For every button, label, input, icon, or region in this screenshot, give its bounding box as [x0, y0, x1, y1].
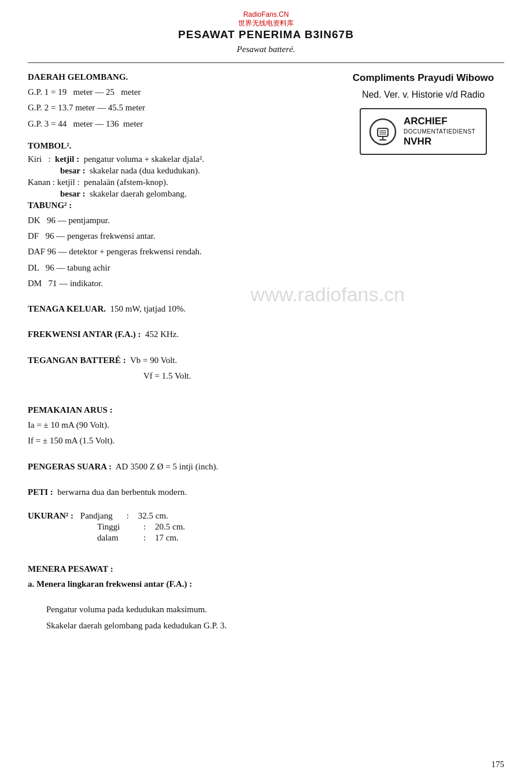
ned-ver-text: Ned. Ver. v. Historie v/d Radio: [342, 90, 504, 100]
page-number: 175: [492, 760, 505, 769]
frekwensi-row: FREKWENSI ANTAR (F.A.) : 452 KHz.: [28, 328, 504, 341]
tabung-row-daf: DAF 96 — detektor + pengeras frekwensi r…: [28, 245, 504, 258]
pengeras-row: PENGERAS SUARA : AD 3500 Z Ø = 5 intji (…: [28, 460, 504, 473]
tombol-kiri-besar-val: skakelar nada (dua kedudukan).: [90, 166, 200, 175]
ukuran-pandjang-val: 32.5 cm.: [138, 511, 168, 521]
ukuran-tinggi-label: Tinggi: [97, 522, 143, 532]
frekwensi-title: FREKWENSI ANTAR (F.A.) :: [28, 330, 141, 339]
pemakaian-title: PEMAKAIAN ARUS :: [28, 405, 504, 415]
tombol-kiri-label: Kiri: [28, 154, 42, 164]
tenaga-value: 150 mW, tjatjad 10%.: [110, 304, 186, 313]
daerah-row-3: G.P. 3 = 44 meter — 136 meter: [28, 117, 331, 131]
tegangan-row: TEGANGAN BATTERÉ : Vb = 90 Volt.: [28, 354, 504, 367]
svg-point-0: [370, 119, 396, 145]
ukuran-sep-2: :: [143, 522, 155, 532]
page-title: PESAWAT PENERIMA B3IN67B: [28, 28, 504, 41]
archief-label: ARCHIEF: [404, 115, 475, 128]
tabung-row-dl: DL 96 — tabung achir: [28, 261, 504, 275]
pengeras-value: AD 3500 Z Ø = 5 intji (inch).: [116, 462, 219, 471]
tombol-title: TOMBOL².: [28, 141, 331, 151]
frekwensi-value: 452 KHz.: [145, 330, 179, 339]
tombol-kanan-besar-val: skakelar daerah gelombang.: [90, 189, 187, 198]
header-divider: [28, 62, 504, 63]
tombol-kiri-besar-label: besar :: [60, 166, 85, 175]
tegangan-vb: Vb = 90 Volt.: [130, 356, 177, 365]
archief-nvhr: NVHR: [404, 135, 475, 148]
tenaga-title: TENAGA KELUAR.: [28, 304, 106, 313]
tenaga-row: TENAGA KELUAR. 150 mW, tjatjad 10%.: [28, 302, 504, 316]
menera-a-title: a. Menera lingkaran frekwensi antar (F.A…: [28, 578, 504, 591]
ukuran-tinggi-val: 20.5 cm.: [155, 522, 185, 532]
ukuran-sep-3: :: [143, 533, 155, 543]
ukuran-sep-1: :: [127, 511, 138, 521]
archief-sub: DOCUMENTATIEDIENST: [404, 128, 475, 135]
tegangan-title: TEGANGAN BATTERÉ :: [28, 356, 126, 365]
archief-text-block: ARCHIEF DOCUMENTATIEDIENST NVHR: [404, 115, 475, 148]
title-suffix: B3IN67B: [305, 28, 354, 40]
site-name: RadioFans.CN 世界无线电资料库: [28, 10, 504, 28]
tegangan-vf: Vf = 1.5 Volt.: [143, 371, 191, 380]
tombol-kiri-ketjil-val: pengatur voluma + skakelar djala².: [84, 154, 204, 164]
daerah-row-1: G.P. 1 = 19 meter — 25 meter: [28, 86, 331, 99]
menera-a-line1: Pengatur voluma pada kedudukan maksimum.: [46, 603, 504, 616]
tombol-kiri-ketjil-label: ketjil :: [55, 154, 79, 164]
tabung-row-df: DF 96 — pengeras frekwensi antar.: [28, 230, 504, 243]
daerah-row-2: G.P. 2 = 13.7 meter — 45.5 meter: [28, 101, 331, 114]
tombol-kiri-row: Kiri : ketjil : pengatur voluma + skakel…: [28, 154, 331, 164]
pengeras-title: PENGERAS SUARA :: [28, 462, 112, 471]
site-sub-label: 世界无线电资料库: [238, 19, 294, 27]
tombol-kanan-label: Kanan : ketjil :: [28, 177, 80, 187]
peti-row: PETI : berwarna dua dan berbentuk modern…: [28, 486, 504, 499]
ukuran-pandjang-label: Pandjang: [80, 511, 127, 521]
menera-title: MENERA PESAWAT :: [28, 564, 504, 574]
ukuran-dalam-label: dalam: [97, 533, 143, 543]
tabung-row-dk: DK 96 — pentjampur.: [28, 214, 504, 227]
pemakaian-if: If = ± 150 mA (1.5 Volt).: [28, 434, 504, 447]
main-content: TABUNG² : DK 96 — pentjampur. DF 96 — pe…: [28, 201, 504, 632]
peti-value: berwarna dua dan berbentuk modern.: [57, 487, 187, 497]
tombol-kanan-ketjil-val: penalaän (afstem-knop).: [84, 177, 168, 187]
tombol-kanan-besar-label: besar :: [60, 189, 85, 198]
ukuran-dalam-row: dalam : 17 cm.: [97, 533, 504, 543]
tabung-row-dm: DM 71 — indikator.: [28, 277, 504, 290]
menera-a-line2: Skakelar daerah gelombang pada kedudukan…: [46, 619, 504, 632]
site-label: RadioFans.CN: [243, 10, 289, 18]
pemakaian-ia: Ia = ± 10 mA (90 Volt).: [28, 419, 504, 432]
archief-icon: [369, 118, 397, 146]
compliments-text: Compliments Prayudi Wibowo: [342, 72, 504, 84]
left-column: DAERAH GELOMBANG. G.P. 1 = 19 meter — 25…: [28, 72, 331, 201]
page-subtitle: Pesawat batteré.: [28, 45, 504, 54]
tombol-kanan-row: Kanan : ketjil : penalaän (afstem-knop).: [28, 177, 331, 187]
peti-title: PETI :: [28, 487, 53, 497]
ukuran-tinggi-row: Tinggi : 20.5 cm.: [97, 522, 504, 532]
archief-box: ARCHIEF DOCUMENTATIEDIENST NVHR: [360, 108, 487, 155]
tabung-title: TABUNG² :: [28, 201, 504, 210]
tombol-kanan-besar-row: besar : skakelar daerah gelombang.: [60, 189, 331, 199]
page-header: RadioFans.CN 世界无线电资料库 PESAWAT PENERIMA B…: [28, 10, 504, 54]
ukuran-title: UKURAN² :: [28, 511, 73, 521]
ukuran-pandjang-row: UKURAN² : Pandjang : 32.5 cm.: [28, 511, 504, 521]
daerah-title: DAERAH GELOMBANG.: [28, 72, 331, 82]
ukuran-dalam-val: 17 cm.: [155, 533, 179, 543]
top-section: DAERAH GELOMBANG. G.P. 1 = 19 meter — 25…: [28, 72, 504, 201]
tegangan-vf-row: Vf = 1.5 Volt.: [143, 369, 504, 383]
tombol-kiri-besar-row: besar : skakelar nada (dua kedudukan).: [60, 166, 331, 176]
menera-a-title-text: a. Menera lingkaran frekwensi antar (F.A…: [28, 579, 192, 588]
right-column: Compliments Prayudi Wibowo Ned. Ver. v. …: [331, 72, 504, 201]
title-text: PESAWAT PENERIMA: [178, 28, 301, 40]
